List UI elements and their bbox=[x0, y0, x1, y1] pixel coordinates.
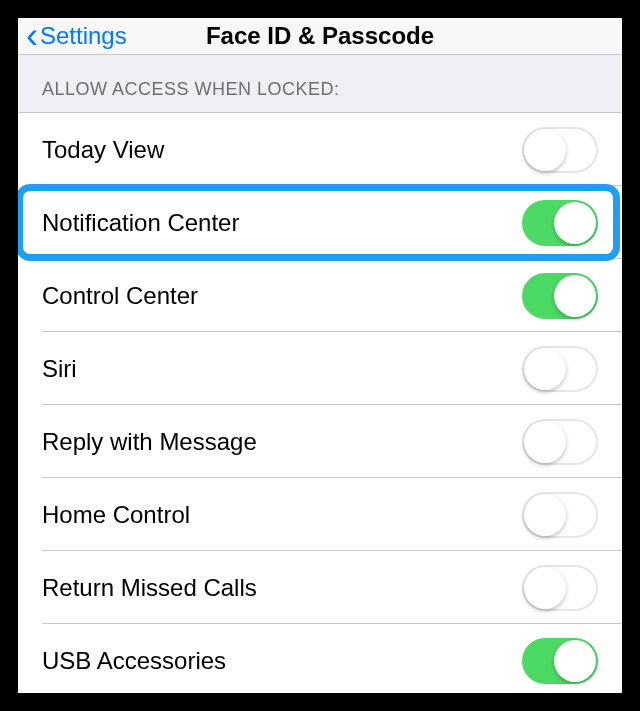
toggle-knob bbox=[524, 567, 566, 609]
toggle-switch[interactable] bbox=[522, 638, 598, 684]
section-header: ALLOW ACCESS WHEN LOCKED: bbox=[18, 55, 622, 113]
toggle-knob bbox=[524, 129, 566, 171]
list-item: Reply with Message bbox=[18, 405, 622, 478]
list-item: Return Missed Calls bbox=[18, 551, 622, 624]
row-label: Reply with Message bbox=[42, 428, 257, 456]
list-item: Notification Center bbox=[18, 186, 622, 259]
settings-list: Today ViewNotification CenterControl Cen… bbox=[18, 113, 622, 693]
row-label: Notification Center bbox=[42, 209, 239, 237]
toggle-switch[interactable] bbox=[522, 565, 598, 611]
toggle-switch[interactable] bbox=[522, 127, 598, 173]
toggle-knob bbox=[524, 494, 566, 536]
back-label: Settings bbox=[40, 22, 127, 50]
row-label: Siri bbox=[42, 355, 77, 383]
toggle-switch[interactable] bbox=[522, 346, 598, 392]
toggle-switch[interactable] bbox=[522, 492, 598, 538]
back-button[interactable]: ‹ Settings bbox=[18, 18, 127, 54]
toggle-switch[interactable] bbox=[522, 273, 598, 319]
row-label: Control Center bbox=[42, 282, 198, 310]
list-item: Today View bbox=[18, 113, 622, 186]
list-item: USB Accessories bbox=[18, 624, 622, 693]
list-item: Control Center bbox=[18, 259, 622, 332]
row-label: USB Accessories bbox=[42, 647, 226, 675]
list-item: Home Control bbox=[18, 478, 622, 551]
toggle-switch[interactable] bbox=[522, 419, 598, 465]
toggle-knob bbox=[554, 640, 596, 682]
row-label: Return Missed Calls bbox=[42, 574, 257, 602]
toggle-knob bbox=[524, 421, 566, 463]
toggle-switch[interactable] bbox=[522, 200, 598, 246]
toggle-knob bbox=[554, 275, 596, 317]
chevron-left-icon: ‹ bbox=[26, 18, 38, 54]
page-title: Face ID & Passcode bbox=[206, 22, 434, 50]
row-label: Today View bbox=[42, 136, 164, 164]
nav-bar: ‹ Settings Face ID & Passcode bbox=[18, 18, 622, 55]
toggle-knob bbox=[524, 348, 566, 390]
toggle-knob bbox=[554, 202, 596, 244]
row-label: Home Control bbox=[42, 501, 190, 529]
settings-screen: ‹ Settings Face ID & Passcode ALLOW ACCE… bbox=[18, 18, 622, 693]
list-item: Siri bbox=[18, 332, 622, 405]
